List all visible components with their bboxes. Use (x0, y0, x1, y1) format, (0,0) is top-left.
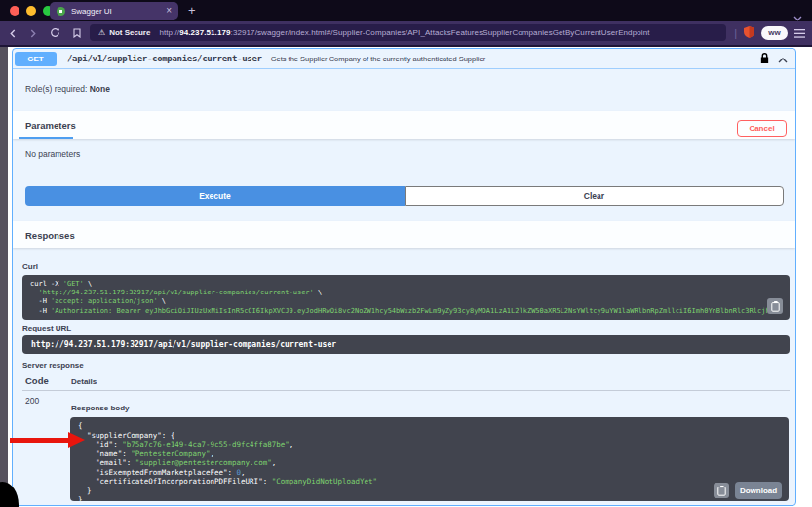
execute-row: Execute Clear (25, 186, 784, 206)
table-divider (22, 390, 790, 391)
response-body-block: { "supplierCompany": { "id": "b75a7c76-e… (70, 417, 789, 501)
code-column-header: Code (25, 375, 49, 386)
annotation-arrow-shaft (10, 438, 68, 443)
clear-button[interactable]: Clear (405, 186, 784, 206)
extension-pill-button[interactable]: ww (761, 26, 788, 40)
toolbar-divider: | (734, 27, 737, 39)
cancel-button[interactable]: Cancel (737, 120, 787, 136)
endpoint-path: /api/v1/supplier-companies/current-user (67, 54, 262, 63)
responses-title: Responses (25, 230, 75, 241)
tab-title: Swagger UI (71, 7, 112, 16)
parameters-header: Parameters Cancel (13, 111, 795, 139)
parameters-title: Parameters (25, 120, 76, 131)
annotation-arrow-head (68, 432, 85, 448)
roles-value: None (90, 84, 110, 94)
security-warning-icon: ⚠ (98, 28, 105, 37)
window-controls (10, 6, 53, 16)
not-secure-label: Not Secure (109, 28, 150, 37)
url-input[interactable]: ⚠ Not Secure http://94.237.51.179:32917/… (90, 24, 726, 41)
shield-extension-icon[interactable] (744, 24, 754, 42)
tab-close-icon[interactable]: × (166, 6, 172, 16)
tab-favicon (57, 7, 65, 16)
details-column-header: Details (71, 377, 97, 386)
endpoint-summary: Gets the Supplier Company of the current… (271, 55, 486, 63)
url-host: 94.237.51.179 (179, 28, 230, 37)
bookmark-icon[interactable] (73, 24, 81, 42)
reload-icon[interactable] (50, 24, 60, 42)
browser-window: Swagger UI × + ⚠ Not Secure http://94.23… (0, 0, 812, 507)
browser-toolbar: ⚠ Not Secure http://94.237.51.179:32917/… (0, 21, 812, 45)
copy-response-button[interactable] (714, 483, 729, 498)
forward-icon[interactable] (29, 24, 37, 42)
endpoint-header[interactable]: GET /api/v1/supplier-companies/current-u… (13, 49, 795, 69)
lock-icon[interactable] (760, 50, 769, 67)
status-code: 200 (25, 396, 39, 406)
desktop-edge-strip (0, 47, 8, 507)
server-response-label: Server response (22, 361, 84, 370)
curl-command-block: curl -X 'GET' \ 'http://94.237.51.179:32… (22, 275, 790, 320)
collapse-chevron-icon[interactable] (778, 50, 788, 67)
curl-label: Curl (22, 262, 38, 271)
execute-button[interactable]: Execute (25, 186, 405, 206)
menu-hamburger-icon[interactable] (794, 24, 805, 42)
response-body-label: Response body (71, 404, 130, 412)
download-button[interactable]: Download (735, 482, 782, 499)
http-method-badge: GET (15, 52, 57, 66)
roles-required-line: Role(s) required: None (25, 84, 110, 94)
request-url-label: Request URL (22, 324, 71, 332)
new-tab-button[interactable]: + (188, 3, 196, 18)
endpoint-block-get: GET /api/v1/supplier-companies/current-u… (12, 48, 796, 506)
parameters-tab-underline (19, 136, 73, 139)
page-url: http://94.237.51.179:32917/swagger/index… (159, 28, 649, 37)
close-window-button[interactable] (10, 6, 19, 16)
browser-tab-swagger-ui[interactable]: Swagger UI × (50, 2, 178, 20)
copy-curl-button[interactable] (767, 298, 783, 314)
back-icon[interactable] (9, 24, 17, 42)
responses-header: Responses (13, 221, 795, 248)
minimize-window-button[interactable] (26, 6, 36, 16)
no-parameters-text: No parameters (25, 149, 80, 159)
request-url-value: http://94.237.51.179:32917/api/v1/suppli… (22, 335, 790, 354)
browser-tab-bar: Swagger UI × + (0, 0, 812, 21)
swagger-page: GET /api/v1/supplier-companies/current-u… (8, 47, 812, 507)
